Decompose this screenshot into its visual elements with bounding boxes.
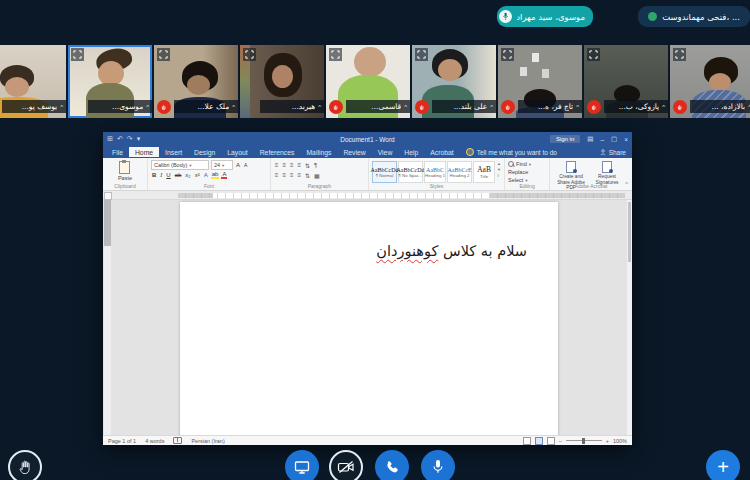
fullscreen-icon[interactable] (71, 48, 84, 61)
customize-toolbar-icon[interactable]: ⊞ (107, 135, 113, 143)
language-status[interactable]: Persian (Iran) (191, 438, 224, 444)
vertical-ruler[interactable] (104, 200, 111, 436)
proofing-icon[interactable] (173, 437, 182, 444)
zoom-in-button[interactable]: + (606, 438, 609, 444)
document-page[interactable]: سلام به کلاس کوهنوردان (180, 202, 558, 436)
align-right-button[interactable]: ≡ (289, 172, 295, 178)
zoom-out-button[interactable]: – (559, 438, 562, 444)
participant-name-bar[interactable]: تاج فر، ه...^ (518, 100, 582, 113)
video-tile[interactable]: هیربد...^ (240, 45, 324, 118)
fullscreen-icon[interactable] (157, 48, 170, 61)
style-heading2[interactable]: AaBbCcEHeading 2 (447, 161, 472, 183)
fullscreen-icon[interactable] (243, 48, 256, 61)
multilevel-list-button[interactable]: ≡ (289, 162, 295, 168)
italic-button[interactable]: I (159, 172, 163, 178)
zoom-level[interactable]: 100% (613, 438, 627, 444)
fullscreen-icon[interactable] (587, 48, 600, 61)
share-button[interactable]: Share (600, 149, 626, 156)
microphone-button[interactable] (421, 450, 455, 480)
style-title[interactable]: AaBTitle (473, 161, 495, 183)
numbering-button[interactable]: ≡ (281, 162, 287, 168)
horizontal-ruler[interactable] (103, 191, 632, 200)
strikethrough-button[interactable]: ab (174, 172, 183, 178)
web-layout-button[interactable] (547, 437, 555, 445)
minimize-button[interactable]: – (600, 136, 604, 143)
page-count[interactable]: Page 1 of 1 (108, 438, 136, 444)
video-tile[interactable]: علی بلند...^ (412, 45, 496, 118)
shrink-font-button[interactable]: A (243, 162, 248, 168)
zoom-slider-thumb[interactable] (582, 438, 585, 444)
tab-file[interactable]: File (106, 147, 129, 157)
video-tile[interactable]: قاسمی...^ (326, 45, 410, 118)
participant-name-bar[interactable]: پازوکی، ب...^ (604, 100, 668, 113)
quick-access-dropdown-icon[interactable]: ▾ (137, 135, 141, 143)
ribbon-display-options-icon[interactable]: ▤ (587, 135, 593, 143)
active-speaker-badge[interactable]: موسوی، سید مهراد (497, 6, 593, 27)
word-title-bar[interactable]: ⊞ ↶ ↷ ▾ Document1 - Word Sign in ▤ – ▢ × (103, 132, 632, 146)
find-button[interactable]: Find▾ (508, 160, 546, 168)
tell-me-box[interactable]: Tell me what you want to do (466, 148, 557, 156)
collapse-ribbon-icon[interactable]: ^ (625, 181, 628, 187)
camera-off-button[interactable] (329, 450, 363, 480)
justify-button[interactable]: ≡ (296, 172, 302, 178)
word-count[interactable]: 4 words (145, 438, 164, 444)
align-center-button[interactable]: ≡ (281, 172, 287, 178)
tab-home[interactable]: Home (129, 147, 159, 157)
fullscreen-icon[interactable] (415, 48, 428, 61)
style-heading1[interactable]: AaBbCHeading 1 (424, 161, 446, 183)
read-mode-button[interactable] (523, 437, 531, 445)
style-normal[interactable]: AaBbCcDd¶ Normal (372, 161, 397, 183)
bullets-button[interactable]: ≡ (274, 162, 280, 168)
tab-selector-icon[interactable] (104, 192, 112, 200)
indent-button[interactable]: ≡ (296, 162, 302, 168)
participant-name-bar[interactable]: یوسف پو...^ (2, 100, 66, 113)
fullscreen-icon[interactable] (673, 48, 686, 61)
borders-button[interactable]: ▦ (313, 172, 321, 179)
font-name-combo[interactable]: Calibri (Body)▾ (151, 160, 209, 170)
participant-name-bar[interactable]: هیربد...^ (260, 100, 324, 113)
grow-font-button[interactable]: A (235, 162, 241, 168)
participant-name-bar[interactable]: موسوی...^ (88, 100, 152, 113)
undo-icon[interactable]: ↶ (117, 135, 123, 143)
vertical-scrollbar[interactable] (627, 200, 632, 436)
participant-name-bar[interactable]: قاسمی...^ (346, 100, 410, 113)
participant-name-bar[interactable]: علی بلند...^ (432, 100, 496, 113)
tab-insert[interactable]: Insert (159, 147, 188, 157)
close-button[interactable]: × (624, 136, 628, 143)
text-effects-button[interactable]: A (203, 172, 209, 178)
fullscreen-icon[interactable] (501, 48, 514, 61)
highlight-color-button[interactable]: ab (211, 171, 220, 179)
line-spacing-button[interactable]: ⇅ (304, 172, 311, 179)
tab-view[interactable]: View (372, 147, 399, 157)
subscript-button[interactable]: x₂ (184, 172, 191, 178)
styles-gallery-scroll[interactable]: ▲▼≡ (497, 161, 501, 178)
superscript-button[interactable]: x² (194, 172, 201, 178)
zoom-slider[interactable] (566, 440, 602, 441)
maximize-button[interactable]: ▢ (611, 135, 617, 143)
raise-hand-button[interactable] (8, 450, 42, 480)
pilcrow-button[interactable]: ¶ (313, 162, 318, 168)
sign-in-button[interactable]: Sign in (550, 135, 580, 143)
fullscreen-icon[interactable] (329, 48, 342, 61)
participant-name-bar[interactable]: بالازاده، ...^ (690, 100, 750, 113)
scrollbar-thumb[interactable] (628, 202, 631, 262)
video-tile[interactable]: بالازاده، ...^ (670, 45, 750, 118)
tab-review[interactable]: Review (337, 147, 371, 157)
tab-acrobat[interactable]: Acrobat (424, 147, 459, 157)
font-color-button[interactable]: A (221, 171, 227, 179)
bold-button[interactable]: B (151, 172, 157, 178)
tab-help[interactable]: Help (398, 147, 424, 157)
tab-references[interactable]: References (254, 147, 301, 157)
add-button[interactable]: + (706, 450, 740, 480)
tab-mailings[interactable]: Mailings (300, 147, 337, 157)
print-layout-button[interactable] (535, 437, 543, 445)
video-tile[interactable]: یوسف پو...^ (0, 45, 66, 118)
host-badge[interactable]: فتحی مهماندوست، ... (638, 6, 750, 27)
font-size-combo[interactable]: 24▾ (211, 160, 233, 170)
underline-button[interactable]: U (165, 172, 171, 178)
screen-share-button[interactable] (285, 450, 319, 480)
replace-button[interactable]: Replace (508, 168, 546, 176)
tab-layout[interactable]: Layout (221, 147, 253, 157)
tab-design[interactable]: Design (188, 147, 221, 157)
sort-button[interactable]: ⇅ (304, 162, 311, 169)
